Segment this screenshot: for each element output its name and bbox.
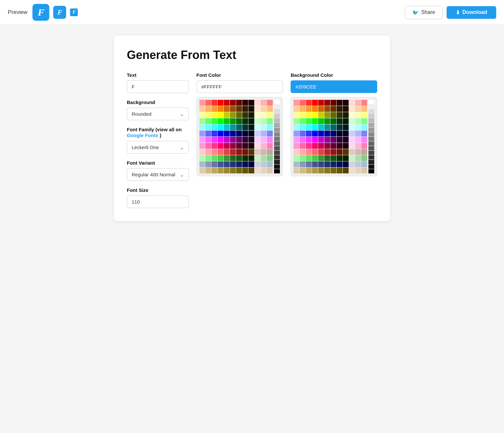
- color-swatch[interactable]: [255, 149, 260, 155]
- color-swatch[interactable]: [343, 131, 349, 136]
- gray-swatch[interactable]: [274, 146, 280, 150]
- color-swatch[interactable]: [218, 168, 223, 173]
- color-swatch[interactable]: [248, 149, 254, 155]
- color-swatch[interactable]: [199, 124, 205, 130]
- color-swatch[interactable]: [255, 161, 260, 167]
- color-swatch[interactable]: [255, 155, 260, 161]
- color-swatch[interactable]: [230, 131, 236, 136]
- color-swatch[interactable]: [224, 131, 230, 136]
- color-swatch[interactable]: [318, 131, 324, 136]
- color-swatch[interactable]: [205, 106, 211, 112]
- color-swatch[interactable]: [211, 100, 217, 106]
- color-swatch[interactable]: [318, 137, 324, 143]
- color-swatch[interactable]: [255, 143, 260, 149]
- color-swatch[interactable]: [324, 100, 330, 106]
- color-swatch[interactable]: [218, 155, 223, 161]
- color-swatch[interactable]: [224, 112, 230, 118]
- bg-gray-strip[interactable]: [368, 100, 374, 173]
- color-swatch[interactable]: [294, 161, 299, 167]
- color-swatch[interactable]: [300, 168, 306, 173]
- color-swatch[interactable]: [324, 124, 330, 130]
- color-swatch[interactable]: [242, 106, 248, 112]
- color-swatch[interactable]: [230, 118, 236, 124]
- color-swatch[interactable]: [343, 112, 349, 118]
- gray-swatch[interactable]: [274, 104, 280, 109]
- color-swatch[interactable]: [248, 143, 254, 149]
- color-swatch[interactable]: [261, 106, 267, 112]
- color-swatch[interactable]: [218, 149, 223, 155]
- color-swatch[interactable]: [330, 112, 336, 118]
- font-family-select[interactable]: Leckerli One: [127, 141, 189, 154]
- color-swatch[interactable]: [324, 131, 330, 136]
- color-swatch[interactable]: [218, 112, 223, 118]
- color-swatch[interactable]: [205, 143, 211, 149]
- gray-swatch[interactable]: [274, 169, 280, 173]
- color-swatch[interactable]: [261, 100, 267, 106]
- color-swatch[interactable]: [267, 100, 273, 106]
- color-swatch[interactable]: [230, 168, 236, 173]
- color-swatch[interactable]: [312, 168, 318, 173]
- google-fonts-link[interactable]: Google Fonts: [127, 133, 158, 138]
- color-swatch[interactable]: [361, 124, 367, 130]
- color-swatch[interactable]: [355, 168, 361, 173]
- color-swatch[interactable]: [294, 149, 299, 155]
- color-swatch[interactable]: [355, 137, 361, 143]
- color-swatch[interactable]: [230, 112, 236, 118]
- gray-swatch[interactable]: [368, 132, 374, 136]
- color-swatch[interactable]: [236, 106, 242, 112]
- color-swatch[interactable]: [248, 106, 254, 112]
- color-swatch[interactable]: [236, 112, 242, 118]
- color-swatch[interactable]: [224, 161, 230, 167]
- color-swatch[interactable]: [324, 149, 330, 155]
- color-swatch[interactable]: [337, 161, 342, 167]
- color-swatch[interactable]: [306, 149, 312, 155]
- color-swatch[interactable]: [224, 118, 230, 124]
- color-swatch[interactable]: [211, 124, 217, 130]
- color-swatch[interactable]: [248, 168, 254, 173]
- color-swatch[interactable]: [294, 124, 299, 130]
- color-swatch[interactable]: [349, 112, 355, 118]
- color-swatch[interactable]: [300, 100, 306, 106]
- color-swatch[interactable]: [205, 149, 211, 155]
- color-swatch[interactable]: [211, 168, 217, 173]
- color-swatch[interactable]: [361, 131, 367, 136]
- color-swatch[interactable]: [355, 143, 361, 149]
- color-swatch[interactable]: [248, 100, 254, 106]
- color-swatch[interactable]: [199, 118, 205, 124]
- color-swatch[interactable]: [306, 106, 312, 112]
- color-swatch[interactable]: [337, 155, 342, 161]
- color-swatch[interactable]: [343, 118, 349, 124]
- color-swatch[interactable]: [330, 161, 336, 167]
- favicon-small[interactable]: F: [70, 8, 78, 16]
- color-swatch[interactable]: [294, 100, 299, 106]
- color-swatch[interactable]: [361, 161, 367, 167]
- color-swatch[interactable]: [349, 143, 355, 149]
- font-color-input[interactable]: [197, 80, 283, 93]
- color-swatch[interactable]: [248, 137, 254, 143]
- color-swatch[interactable]: [324, 118, 330, 124]
- color-swatch[interactable]: [300, 118, 306, 124]
- color-swatch[interactable]: [330, 124, 336, 130]
- color-swatch[interactable]: [218, 100, 223, 106]
- text-input[interactable]: [127, 80, 189, 93]
- color-swatch[interactable]: [324, 161, 330, 167]
- color-swatch[interactable]: [349, 131, 355, 136]
- color-swatch[interactable]: [337, 131, 342, 136]
- color-swatch[interactable]: [261, 131, 267, 136]
- color-swatch[interactable]: [242, 149, 248, 155]
- color-swatch[interactable]: [300, 131, 306, 136]
- color-swatch[interactable]: [199, 137, 205, 143]
- color-swatch[interactable]: [199, 112, 205, 118]
- color-swatch[interactable]: [318, 149, 324, 155]
- color-swatch[interactable]: [261, 161, 267, 167]
- color-swatch[interactable]: [211, 106, 217, 112]
- favicon-medium[interactable]: F: [53, 6, 66, 19]
- gray-swatch[interactable]: [274, 155, 280, 159]
- color-swatch[interactable]: [349, 155, 355, 161]
- color-swatch[interactable]: [337, 100, 342, 106]
- color-swatch[interactable]: [349, 100, 355, 106]
- color-swatch[interactable]: [349, 161, 355, 167]
- color-swatch[interactable]: [337, 124, 342, 130]
- color-swatch[interactable]: [361, 118, 367, 124]
- favicon-large[interactable]: F: [32, 4, 49, 21]
